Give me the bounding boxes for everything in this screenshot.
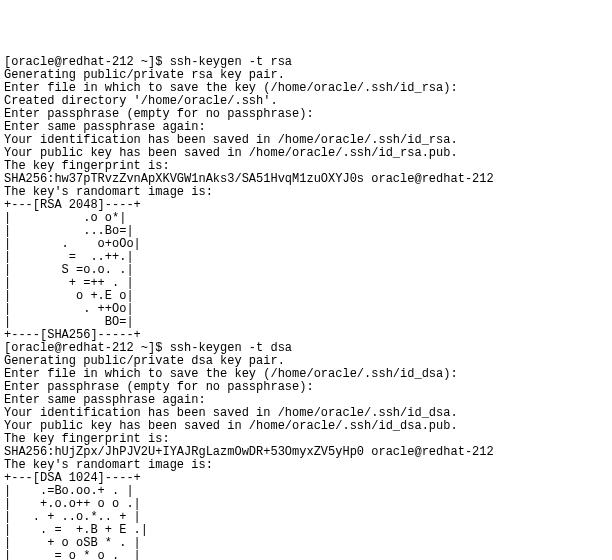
- terminal-output: [oracle@redhat-212 ~]$ ssh-keygen -t rsa…: [4, 56, 608, 560]
- terminal-line: | = o * o . |: [4, 550, 608, 560]
